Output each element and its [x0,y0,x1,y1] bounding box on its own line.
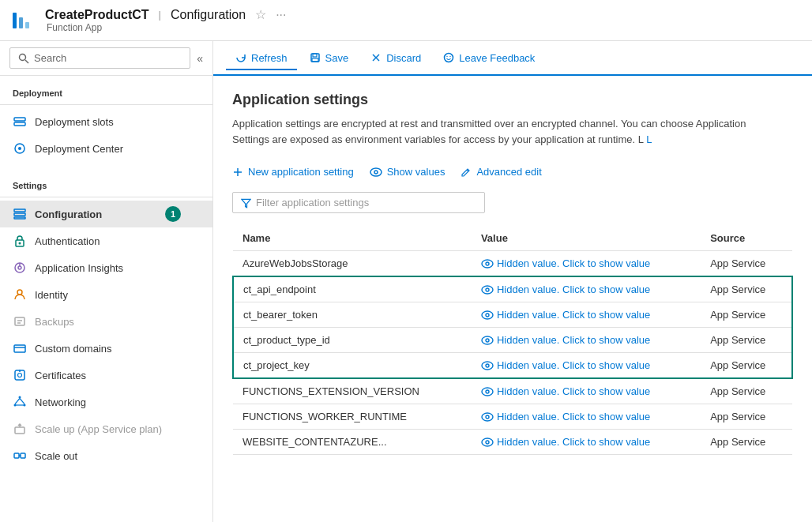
sidebar-item-authentication[interactable]: Authentication [0,227,212,254]
refresh-button[interactable]: Refresh [226,47,297,70]
top-header: CreateProductCT | Configuration ☆ ··· Fu… [0,0,812,41]
leave-feedback-button[interactable]: Leave Feedback [434,47,544,70]
eye-icon [481,387,494,396]
setting-value[interactable]: Hidden value. Click to show value [472,251,701,277]
col-header-name: Name [233,226,472,251]
setting-value[interactable]: Hidden value. Click to show value [472,328,701,353]
setting-value[interactable]: Hidden value. Click to show value [472,430,701,455]
eye-icon [481,412,494,422]
show-value-link[interactable]: Hidden value. Click to show value [481,411,691,422]
backups-icon [13,314,27,329]
advanced-edit-button[interactable]: Advanced edit [461,163,541,181]
svg-point-47 [482,286,493,294]
authentication-icon [13,234,27,248]
sidebar-item-deployment-center[interactable]: Deployment Center [0,135,212,162]
table-row[interactable]: WEBSITE_CONTENTAZURE... Hidden value. Cl… [233,430,792,455]
svg-point-54 [486,364,489,367]
setting-value[interactable]: Hidden value. Click to show value [472,276,701,302]
save-icon [310,52,321,63]
show-value-link[interactable]: Hidden value. Click to show value [481,359,691,371]
save-button[interactable]: Save [300,47,359,70]
show-value-link[interactable]: Hidden value. Click to show value [481,284,691,295]
sidebar-item-configuration[interactable]: Configuration 1 [0,201,212,227]
setting-value[interactable]: Hidden value. Click to show value [472,378,701,404]
svg-point-59 [482,438,493,446]
table-row[interactable]: FUNCTIONS_EXTENSION_VERSION Hidden value… [233,378,792,404]
sidebar-item-custom-domains[interactable]: Custom domains [0,335,212,362]
sidebar-item-deployment-slots[interactable]: Deployment slots [0,108,212,135]
svg-point-57 [482,413,493,421]
setting-source: App Service [701,251,792,277]
configuration-badge: 1 [165,206,181,222]
table-row[interactable]: ct_project_key Hidden value. Click to sh… [233,353,792,379]
svg-point-60 [486,441,489,444]
show-value-link[interactable]: Hidden value. Click to show value [481,436,691,448]
show-value-link[interactable]: Hidden value. Click to show value [481,309,691,321]
show-value-link[interactable]: Hidden value. Click to show value [481,257,691,269]
svg-point-45 [482,260,493,268]
sidebar-item-backups[interactable]: Backups [0,308,212,335]
content-area: Application settings Application setting… [213,76,812,522]
deployment-center-icon [13,141,27,156]
sidebar-item-label: Application Insights [35,262,123,274]
table-row[interactable]: ct_product_type_id Hidden value. Click t… [233,328,792,353]
collapse-sidebar-button[interactable]: « [197,52,203,65]
discard-button[interactable]: Discard [361,47,430,70]
eye-icon [481,336,494,345]
save-label: Save [325,52,349,64]
show-values-label: Show values [387,166,445,178]
show-value-link[interactable]: Hidden value. Click to show value [481,385,691,397]
setting-source: App Service [701,353,792,379]
more-options-icon[interactable]: ··· [276,8,286,22]
plus-icon [232,167,243,178]
sidebar-item-label: Identity [35,289,68,301]
new-application-setting-button[interactable]: New application setting [232,163,354,181]
header-separator: | [159,9,161,21]
svg-rect-15 [15,317,24,325]
svg-rect-30 [14,453,19,458]
sidebar-section-deployment: Deployment [0,76,212,101]
sidebar-item-identity[interactable]: Identity [0,281,212,308]
table-row[interactable]: ct_api_endpoint Hidden value. Click to s… [233,276,792,302]
sidebar-item-label: Networking [35,396,86,408]
sidebar-item-scale-up[interactable]: Scale up (App Service plan) [0,415,212,442]
svg-rect-8 [14,217,25,219]
sidebar-item-label: Scale out [35,450,77,462]
advanced-edit-label: Advanced edit [476,166,541,178]
sidebar-item-label: Scale up (App Service plan) [35,423,162,435]
sidebar-item-networking[interactable]: Networking [0,389,212,415]
table-row[interactable]: ct_bearer_token Hidden value. Click to s… [233,302,792,328]
sidebar-item-label: Deployment slots [35,116,114,128]
sidebar-item-certificates[interactable]: Certificates [0,362,212,389]
setting-value[interactable]: Hidden value. Click to show value [472,404,701,430]
sidebar-item-label: Custom domains [35,343,112,355]
table-row[interactable]: AzureWebJobsStorage Hidden value. Click … [233,251,792,277]
favorite-star-icon[interactable]: ☆ [255,7,266,22]
identity-icon [13,287,27,302]
filter-input[interactable] [256,197,476,208]
setting-name: ct_product_type_id [233,328,472,353]
table-row[interactable]: FUNCTIONS_WORKER_RUNTIME Hidden value. C… [233,404,792,430]
show-value-link[interactable]: Hidden value. Click to show value [481,334,691,346]
search-input[interactable]: Search [9,47,190,69]
setting-value[interactable]: Hidden value. Click to show value [472,353,701,379]
svg-point-43 [374,171,378,174]
eye-icon [370,167,382,178]
setting-source: App Service [701,276,792,302]
svg-point-48 [486,288,489,291]
sidebar-item-scale-out[interactable]: Scale out [0,442,212,469]
sidebar-item-application-insights[interactable]: Application Insights [0,254,212,281]
sidebar-item-label: Deployment Center [35,143,123,155]
show-values-button[interactable]: Show values [370,163,445,181]
setting-name: FUNCTIONS_EXTENSION_VERSION [233,378,472,404]
svg-rect-18 [14,345,25,352]
eye-icon [481,361,494,370]
learn-more-link[interactable]: L [646,133,652,145]
section-title: Application settings [232,92,793,108]
sub-label: Function App [47,22,286,33]
app-name: CreateProductCT [45,8,149,22]
filter-icon [241,197,251,208]
svg-point-52 [486,339,489,342]
eye-icon [481,310,494,320]
setting-value[interactable]: Hidden value. Click to show value [472,302,701,328]
